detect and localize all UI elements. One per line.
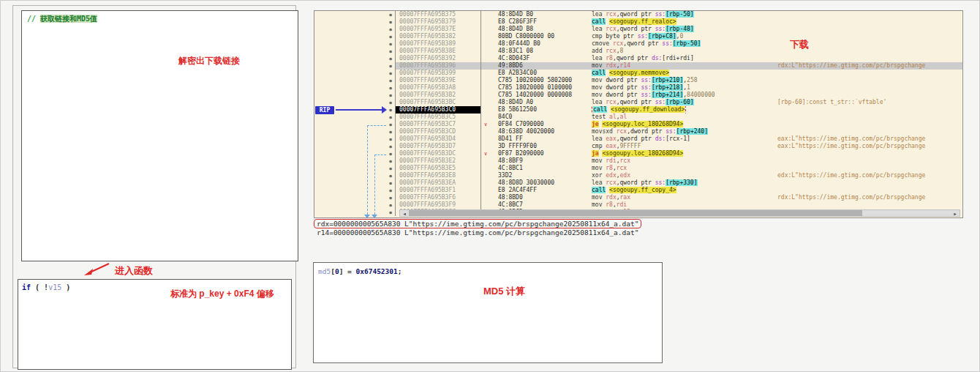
- breakpoint-dot-icon[interactable]: ●: [386, 70, 395, 77]
- disasm-row[interactable]: ●00007FFFA695B38948:0F444D B0cmove rcx,q…: [314, 40, 962, 48]
- instruction-address: 00007FFFA695B392: [395, 55, 480, 62]
- breakpoint-dot-icon[interactable]: ●: [386, 165, 395, 172]
- disasm-row[interactable]: ●00007FFFA695B3CD48:638D 40020000movsxd …: [314, 128, 962, 135]
- disassembly-rows: ●00007FFFA695B37548:8D4D B0lea rcx,qword…: [314, 11, 962, 218]
- disasm-row[interactable]: ●00007FFFA695B3A8C785 18020000 0100000mo…: [314, 84, 962, 92]
- annotation-offset-note: 标准为 p_key + 0xF4 偏移: [170, 288, 274, 300]
- instruction-address: 00007FFFA695B3EA: [395, 179, 480, 187]
- instruction-bytes: C785 14020000 0000008: [480, 92, 590, 99]
- breakpoint-dot-icon[interactable]: ●: [386, 33, 395, 40]
- register-value-rdx: rdx=000000000565A830 L"https://ime.gtimg…: [314, 219, 641, 228]
- instruction-text: test al,al: [590, 114, 772, 121]
- instruction-text: call <sogoupy.ff_realoc>: [590, 18, 772, 26]
- scrollbar-thumb[interactable]: [409, 210, 862, 216]
- disasm-row[interactable]: ●00007FFFA695B3B2C785 14020000 0000008mo…: [314, 92, 962, 99]
- disasm-row[interactable]: ●00007FFFA695B3BC48:8D4D A0lea rcx,qword…: [314, 99, 962, 106]
- disasm-row[interactable]: ●00007FFFA695B3DC∨0F87 B2090000ja <sogou…: [314, 150, 962, 157]
- breakpoint-dot-icon[interactable]: ●: [386, 55, 395, 62]
- breakpoint-dot-icon[interactable]: ●: [386, 99, 395, 106]
- breakpoint-dot-icon[interactable]: ●: [386, 209, 395, 216]
- instruction-text: mov r8,rcx: [590, 165, 772, 172]
- instruction-bytes: 48:8D4D B0: [480, 11, 590, 18]
- instruction-text: movsxd rcx,dword ptr ss:[rbp+240]: [590, 128, 772, 135]
- breakpoint-dot-icon[interactable]: ●: [386, 106, 395, 114]
- breakpoint-dot-icon[interactable]: ●: [386, 135, 395, 143]
- instruction-bytes: 4C:8BC7: [480, 201, 590, 209]
- disasm-row[interactable]: ●00007FFFA695B3924C:8D043Flea r8,qword p…: [314, 55, 962, 62]
- breakpoint-dot-icon[interactable]: ●: [386, 150, 395, 157]
- instruction-address: 00007FFFA695B3E5: [395, 165, 480, 172]
- instruction-comment: [772, 70, 962, 77]
- breakpoint-dot-icon[interactable]: ●: [386, 201, 395, 209]
- instruction-bytes: 48:8D4D B8: [480, 26, 590, 33]
- breakpoint-dot-icon[interactable]: ●: [386, 11, 395, 18]
- instruction-bytes: 4C:8BC1: [480, 165, 590, 172]
- instruction-text: lea r8,qword ptr ds:[rdi+rdi]: [590, 55, 772, 62]
- horizontal-scrollbar[interactable]: ◀ ▶: [399, 209, 960, 217]
- instruction-address: 00007FFFA695B38E: [395, 48, 480, 55]
- breakpoint-dot-icon[interactable]: ●: [386, 187, 395, 194]
- jump-margin: [314, 48, 386, 55]
- disasm-row[interactable]: ●00007FFFA695B38E48:83C1 08add rcx,8: [314, 48, 962, 55]
- code-line: // 获取链接和MD5值: [27, 14, 298, 261]
- breakpoint-dot-icon[interactable]: ●: [386, 143, 395, 150]
- instruction-address: 00007FFFA695B3A8: [395, 84, 480, 92]
- disasm-row[interactable]: ●00007FFFA695B3EA48:8D8D 30030000lea rcx…: [314, 179, 962, 187]
- instruction-comment: [772, 77, 962, 84]
- instruction-bytes: 48:638D 40020000: [480, 128, 590, 135]
- instruction-address: 00007FFFA695B37E: [395, 26, 480, 33]
- disasm-row[interactable]: ●00007FFFA695B37548:8D4D B0lea rcx,qword…: [314, 11, 962, 18]
- breakpoint-dot-icon[interactable]: ●: [386, 128, 395, 135]
- breakpoint-dot-icon[interactable]: ●: [386, 62, 395, 70]
- breakpoint-dot-icon[interactable]: ●: [386, 194, 395, 201]
- breakpoint-dot-icon[interactable]: ●: [386, 26, 395, 33]
- disasm-row[interactable]: ●00007FFFA695B3F94C:8BC7mov r8,rdi: [314, 201, 962, 209]
- pseudocode-panel-main: // 获取链接和MD5值ff_copy_1(v117, &this->task_…: [21, 10, 298, 261]
- disasm-row[interactable]: ●00007FFFA695B3F1E8 2AC4F4FFcall <sogoup…: [314, 187, 962, 194]
- breakpoint-dot-icon[interactable]: ●: [386, 121, 395, 128]
- disasm-row[interactable]: ●00007FFFA695B3E833D2xor edx,edxedx:L"ht…: [314, 172, 962, 179]
- instruction-bytes: C785 18020000 0100000: [480, 84, 590, 92]
- disasm-row[interactable]: ●00007FFFA695B3E248:8BF9mov rdi,rcx: [314, 157, 962, 165]
- instruction-text: call <sogoupy.ff_download>: [590, 106, 772, 114]
- breakpoint-dot-icon[interactable]: ●: [386, 114, 395, 121]
- instruction-comment: [772, 26, 962, 33]
- disasm-row[interactable]: ●00007FFFA695B399E8 A2B34C00call <sogoup…: [314, 70, 962, 77]
- instruction-comment: rdx:L"https://ime.gtimg.com/pc/brspgchan…: [772, 194, 962, 201]
- instruction-address: 00007FFFA695B389: [395, 40, 480, 48]
- breakpoint-dot-icon[interactable]: ●: [386, 18, 395, 26]
- instruction-bytes: 3D FFFF9F00: [480, 143, 590, 150]
- disasm-row[interactable]: ●00007FFFA695B3D73D FFFF9F00cmp eax,9FFF…: [314, 143, 962, 150]
- breakpoint-dot-icon[interactable]: ●: [386, 84, 395, 92]
- disasm-row[interactable]: ●00007FFFA695B3C0E8 5B612500call <sogoup…: [314, 106, 962, 114]
- disasm-row[interactable]: ●00007FFFA695B38280BD C8000000 00cmp byt…: [314, 33, 962, 40]
- breakpoint-dot-icon[interactable]: ●: [386, 157, 395, 165]
- jump-margin: [314, 194, 386, 201]
- disasm-row[interactable]: ●00007FFFA695B37E48:8D4D B8lea rcx,qword…: [314, 26, 962, 33]
- breakpoint-dot-icon[interactable]: ●: [386, 172, 395, 179]
- instruction-comment: [772, 18, 962, 26]
- breakpoint-dot-icon[interactable]: ●: [386, 77, 395, 84]
- disasm-row[interactable]: ●00007FFFA695B3E54C:8BC1mov r8,rcx: [314, 165, 962, 172]
- breakpoint-dot-icon[interactable]: ●: [386, 40, 395, 48]
- instruction-address: 00007FFFA695B379: [395, 18, 480, 26]
- instruction-comment: [772, 55, 962, 62]
- register-value-r14: r14=000000000565A830 L"https://ime.gtimg…: [317, 228, 638, 237]
- disasm-row[interactable]: ●00007FFFA695B39649:8BD6mov rdx,r14rdx:L…: [314, 62, 962, 70]
- disasm-row[interactable]: ●00007FFFA695B3D48D41 FFlea eax,qword pt…: [314, 135, 962, 143]
- breakpoint-dot-icon[interactable]: ●: [386, 179, 395, 187]
- instruction-address: 00007FFFA695B3DC: [395, 150, 480, 157]
- disasm-row[interactable]: ●00007FFFA695B3C584C0test al,al: [314, 114, 962, 121]
- rip-arrow-line: [336, 109, 382, 111]
- disasm-row[interactable]: ●00007FFFA695B39EC785 10020000 5802000mo…: [314, 77, 962, 84]
- disasm-row[interactable]: ●00007FFFA695B3F648:8BD0mov rdx,raxrdx:L…: [314, 194, 962, 201]
- disasm-row[interactable]: ●00007FFFA695B3C7∨0F84 C7090000je <sogou…: [314, 121, 962, 128]
- breakpoint-dot-icon[interactable]: ●: [386, 92, 395, 99]
- instruction-text: mov dword ptr ss:[rbp+214],84000000: [590, 92, 772, 99]
- jump-margin: [314, 135, 386, 143]
- scroll-left-icon[interactable]: ◀: [400, 210, 409, 216]
- scroll-right-icon[interactable]: ▶: [951, 210, 960, 216]
- instruction-address: 00007FFFA695B3E2: [395, 157, 480, 165]
- disasm-row[interactable]: ●00007FFFA695B379E8 C286F3FFcall <sogoup…: [314, 18, 962, 26]
- breakpoint-dot-icon[interactable]: ●: [386, 48, 395, 55]
